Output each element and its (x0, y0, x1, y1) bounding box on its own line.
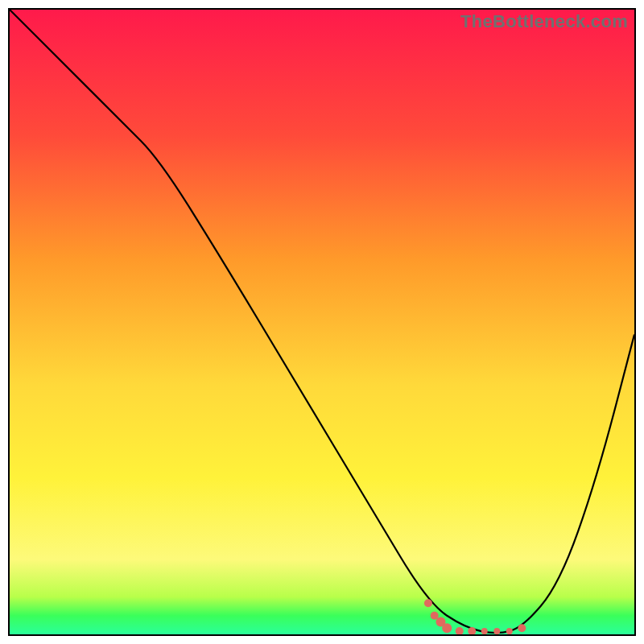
marker-point (518, 624, 526, 632)
marker-point (506, 628, 513, 634)
marker-point (481, 628, 488, 634)
marker-point (442, 623, 452, 633)
marker-point (431, 612, 439, 620)
chart-frame (8, 8, 636, 636)
marker-point (493, 628, 500, 634)
marker-point (424, 599, 432, 607)
bottleneck-chart (10, 10, 634, 634)
watermark-text: TheBottleneck.com (460, 11, 628, 32)
